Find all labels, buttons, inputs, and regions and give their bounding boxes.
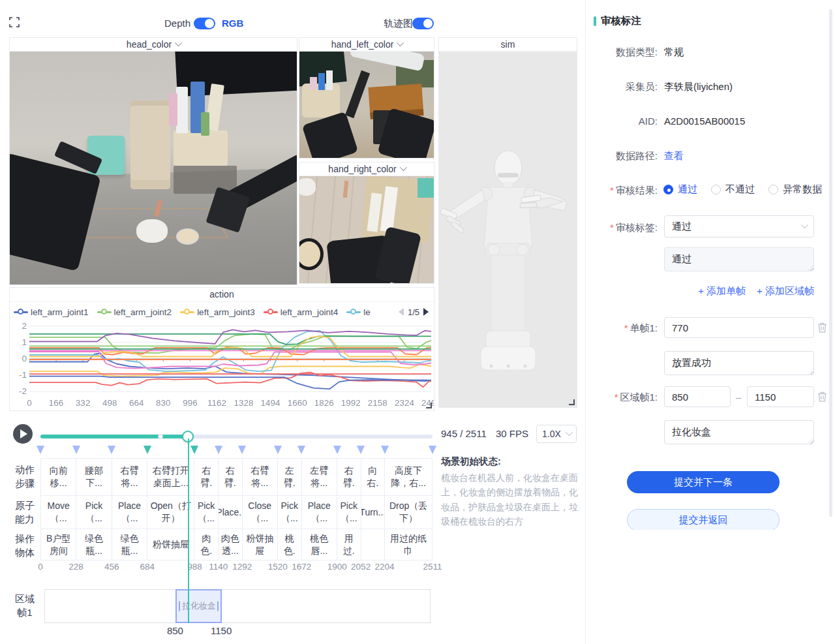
review-result-option[interactable]: 不通过	[711, 183, 755, 196]
step-ability-cell[interactable]: Place（...	[112, 496, 147, 529]
legend-item[interactable]: left_arm_joint1	[14, 307, 89, 317]
step-object-cell[interactable]: 绿色瓶...	[76, 529, 111, 560]
step-ability-cell[interactable]: Close（...	[243, 496, 277, 529]
segment-marker-icon[interactable]	[381, 446, 389, 454]
head-camera-selector[interactable]: head_color	[10, 38, 297, 52]
segment-marker-icon[interactable]	[215, 446, 222, 454]
single-frame-note[interactable]: 放置成功	[664, 351, 814, 375]
step-action-cell[interactable]: 腰部下...	[76, 459, 111, 496]
step-action-cell[interactable]: 右臂将...	[112, 459, 147, 496]
step-action-cell[interactable]: 右臂将...	[243, 459, 277, 496]
step-action-cell[interactable]: 右臂.	[219, 459, 242, 496]
step-ability-cell[interactable]: Drop（丢下）	[385, 496, 432, 529]
segment-marker-icon[interactable]	[357, 446, 365, 454]
legend-page-label: 1/5	[408, 307, 419, 317]
speed-value: 1.0X	[542, 429, 561, 439]
step-object-cell[interactable]: B户型房间	[41, 529, 76, 560]
frame-axis-label: 1292	[232, 562, 252, 572]
data-path-link[interactable]: 查看	[664, 150, 684, 162]
segment-marker-icon[interactable]	[144, 446, 151, 454]
step-ability-cell[interactable]: Pick（...	[278, 496, 301, 529]
step-ability-cell[interactable]: Pick（...	[76, 496, 111, 529]
step-ability-cell[interactable]: Pick（...	[194, 496, 218, 529]
submit-back-button[interactable]: 提交并返回	[627, 509, 780, 530]
step-ability-cell[interactable]: Place..	[219, 496, 242, 529]
delete-region-frame-icon[interactable]	[817, 391, 828, 403]
required-star: *	[610, 222, 614, 233]
review-tag-note[interactable]: 通过	[664, 247, 814, 271]
step-action-cell[interactable]: 右臂.	[337, 459, 361, 496]
segment-marker-icon[interactable]	[72, 446, 80, 454]
review-result-option[interactable]: 异常数据	[768, 183, 822, 196]
delete-single-frame-icon[interactable]	[817, 322, 828, 333]
step-action-cell[interactable]: 高度下降，右...	[385, 459, 432, 496]
panel-scrollbar[interactable]	[829, 9, 832, 517]
legend-prev-icon[interactable]	[399, 308, 404, 316]
add-region-frame-link[interactable]: + 添加区域帧	[757, 285, 814, 298]
segment-marker-icon[interactable]	[37, 446, 44, 454]
legend-item[interactable]: left_arm_joint3	[180, 307, 255, 317]
trajectory-toggle[interactable]	[412, 18, 434, 29]
depth-label: Depth	[164, 18, 190, 29]
row-label-atomic-ability: 原子 能力	[10, 498, 39, 526]
step-object-cell[interactable]: 粉饼抽屉	[243, 529, 277, 560]
segment-marker-icon[interactable]	[297, 446, 305, 454]
legend-item[interactable]: left_arm_joint4	[264, 307, 339, 317]
hand-left-camera-selector[interactable]: hand_left_color	[299, 38, 434, 52]
step-object-cell[interactable]: 肉色.	[194, 529, 218, 560]
fullscreen-icon[interactable]	[9, 17, 20, 27]
playback-slider[interactable]	[40, 435, 433, 438]
step-action-cell[interactable]: 右臂打开桌面上...	[147, 459, 194, 496]
chart-legend: left_arm_joint1 left_arm_joint2 left_arm…	[14, 303, 395, 320]
depth-rgb-toggle[interactable]	[194, 18, 215, 29]
step-ability-cell[interactable]: Place（...	[302, 496, 337, 529]
region-frame-track[interactable]: 拉化妆盒	[44, 589, 431, 623]
legend-item[interactable]: le	[346, 307, 371, 317]
segment-marker-icon[interactable]	[429, 446, 436, 454]
region-end-input[interactable]	[747, 386, 814, 407]
step-action-cell[interactable]: 向右.	[361, 459, 385, 496]
step-action-cell[interactable]: 右臂.	[194, 459, 218, 496]
region-start-input[interactable]	[664, 386, 731, 407]
segment-marker-icon[interactable]	[333, 446, 341, 454]
step-action-cell[interactable]: 向前移...	[41, 459, 76, 496]
step-object-cell[interactable]: 绿色瓶...	[112, 529, 147, 560]
step-action-cell[interactable]: 左臂.	[278, 459, 301, 496]
region-frame-segment[interactable]: 拉化妆盒	[175, 589, 222, 623]
region-frame-note[interactable]: 拉化妆盒	[664, 420, 814, 444]
submit-next-button[interactable]: 提交并下一条	[627, 471, 780, 493]
panel-title: 审核标注	[601, 14, 641, 28]
action-line-chart[interactable]	[29, 320, 431, 397]
segment-marker-icon[interactable]	[108, 446, 115, 454]
radio-label: 不通过	[725, 183, 755, 196]
step-object-cell[interactable]	[361, 529, 385, 560]
step-object-cell[interactable]: 用过的纸巾	[385, 529, 432, 560]
step-action-cell[interactable]: 左臂将...	[302, 459, 337, 496]
add-single-frame-link[interactable]: + 添加单帧	[698, 285, 746, 298]
x-axis-tick: 332	[76, 398, 91, 408]
step-ability-cell[interactable]: Turn...	[361, 496, 385, 529]
single-frame-input[interactable]	[664, 317, 814, 338]
step-ability-cell[interactable]: Pick（...	[337, 496, 361, 529]
review-result-option[interactable]: 通过	[663, 183, 697, 196]
segment-marker-icon[interactable]	[190, 446, 198, 454]
sim-robot-view[interactable]	[439, 52, 577, 407]
step-ability-cell[interactable]: Open（打开）	[147, 496, 194, 529]
legend-item[interactable]: left_arm_joint2	[97, 307, 172, 317]
step-object-cell[interactable]: 桃色唇...	[302, 529, 337, 560]
review-tag-select[interactable]: 通过	[664, 215, 814, 238]
legend-next-icon[interactable]	[423, 308, 429, 316]
legend-series-icon	[97, 309, 112, 315]
step-object-cell[interactable]: 用过.	[337, 529, 361, 560]
chart-resize-handle[interactable]	[426, 403, 432, 408]
play-button[interactable]	[13, 424, 33, 444]
speed-select[interactable]: 1.0X	[536, 425, 577, 443]
step-object-cell[interactable]: 粉饼抽屉	[147, 529, 194, 560]
sim-resize-handle[interactable]	[569, 399, 575, 405]
step-ability-cell[interactable]: Move（...	[41, 496, 76, 529]
step-object-cell[interactable]: 桃色.	[278, 529, 301, 560]
segment-marker-icon[interactable]	[274, 446, 282, 454]
segment-marker-icon[interactable]	[238, 446, 246, 454]
step-object-cell[interactable]: 肉色透...	[219, 529, 242, 560]
hand-right-camera-selector[interactable]: hand_right_color	[299, 162, 434, 176]
